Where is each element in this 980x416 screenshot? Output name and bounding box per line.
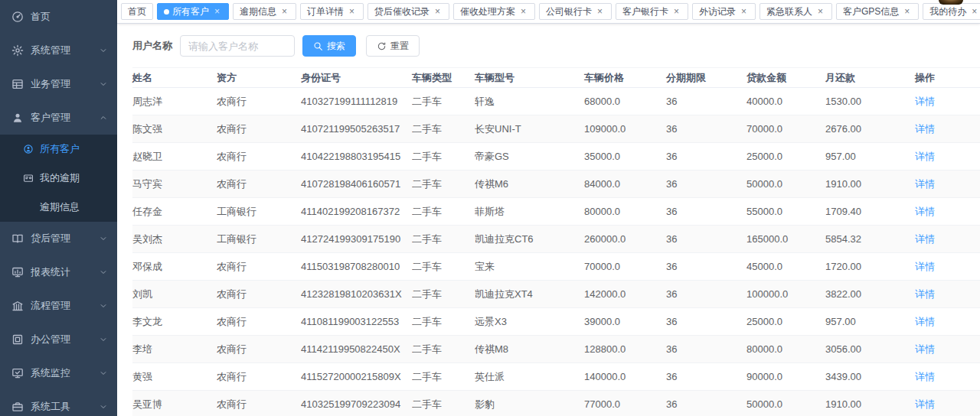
table-row: 吴亚博农商行410325199709223094二手车影豹77000.03650…	[132, 391, 980, 416]
table-cell: 轩逸	[475, 88, 584, 115]
tab-逾期信息[interactable]: 逾期信息×	[233, 3, 296, 20]
sidebar-item-业务管理[interactable]: 业务管理	[0, 67, 117, 101]
detail-link[interactable]: 详情	[915, 371, 935, 382]
table-cell: 二手车	[412, 363, 475, 391]
table-row: 李培农商行41142119950822450X二手车传祺M8128800.036…	[132, 336, 980, 363]
tab-close-icon[interactable]: ×	[969, 7, 979, 17]
tab-所有客户[interactable]: 所有客户×	[157, 3, 229, 20]
detail-link[interactable]: 详情	[915, 151, 935, 162]
detail-link[interactable]: 详情	[915, 96, 935, 107]
table-cell: 411503198708280010	[301, 253, 412, 281]
tab-订单详情[interactable]: 订单详情×	[300, 3, 364, 20]
sidebar-item-所有客户[interactable]: 所有客户	[0, 135, 117, 164]
tab-close-icon[interactable]: ×	[739, 7, 749, 17]
table-cell: 农商行	[217, 336, 301, 363]
table-row: 陈文强农商行410721199505263517二手车长安UNI-T109000…	[132, 115, 980, 143]
tab-贷后催收记录[interactable]: 贷后催收记录×	[368, 3, 449, 20]
tab-close-icon[interactable]: ×	[815, 7, 825, 17]
monitor-icon	[11, 367, 24, 379]
table-cell-action: 详情	[915, 308, 980, 336]
sidebar-item-系统工具[interactable]: 系统工具	[0, 390, 117, 416]
table-row: 黄强农商行41152720000215809X二手车英仕派140000.0369…	[132, 363, 980, 391]
tab-close-icon[interactable]: ×	[279, 7, 289, 17]
tab-close-icon[interactable]: ×	[595, 7, 605, 17]
tab-close-icon[interactable]: ×	[902, 7, 912, 17]
detail-link[interactable]: 详情	[915, 316, 935, 327]
tab-close-icon[interactable]: ×	[433, 7, 443, 17]
sidebar-item-label: 报表统计	[31, 265, 99, 279]
column-header-月还款: 月还款	[825, 68, 915, 88]
table-cell: 50000.0	[746, 391, 825, 416]
tab-公司银行卡[interactable]: 公司银行卡×	[539, 3, 612, 20]
sidebar-item-报表统计[interactable]: 报表统计	[0, 255, 117, 289]
search-input[interactable]	[180, 35, 295, 57]
chevron-down-icon	[99, 80, 108, 89]
dashboard-icon	[11, 11, 24, 23]
sidebar-submenu: 所有客户我的逾期逾期信息	[0, 135, 117, 222]
table-cell: 1720.00	[825, 253, 915, 281]
sidebar-item-系统监控[interactable]: 系统监控	[0, 356, 117, 390]
table-cell: 农商行	[217, 143, 301, 171]
sidebar-item-我的逾期[interactable]: 我的逾期	[0, 164, 117, 193]
tab-close-icon[interactable]: ×	[347, 7, 357, 17]
sidebar-item-流程管理[interactable]: 流程管理	[0, 289, 117, 323]
sidebar-item-客户管理[interactable]: 客户管理	[0, 101, 117, 135]
detail-link[interactable]: 详情	[915, 233, 935, 245]
table-cell: 55000.0	[746, 198, 825, 226]
tab-close-icon[interactable]: ×	[671, 7, 681, 17]
sidebar-item-办公管理[interactable]: 办公管理	[0, 323, 117, 356]
table-cell: 农商行	[217, 281, 301, 308]
sidebar-item-逾期信息[interactable]: 逾期信息	[0, 193, 117, 222]
table-cell: 142000.0	[584, 281, 666, 308]
detail-link[interactable]: 详情	[915, 288, 935, 300]
content-panel: 用户名称 搜索 重置 姓名资方身份证号车辆类型车辆型号车辆价格分期期限贷款金额月…	[117, 24, 980, 416]
tab-催收处理方案[interactable]: 催收处理方案×	[453, 3, 535, 20]
column-header-车辆价格: 车辆价格	[584, 68, 666, 88]
search-button[interactable]: 搜索	[302, 35, 356, 57]
card-icon	[23, 173, 34, 184]
tab-首页[interactable]: 首页	[121, 3, 153, 20]
detail-link[interactable]: 详情	[915, 261, 935, 272]
tab-我的待办[interactable]: 我的待办×	[923, 3, 980, 20]
detail-link[interactable]: 详情	[915, 343, 935, 355]
table-cell: 165000.0	[746, 226, 825, 253]
tab-紧急联系人[interactable]: 紧急联系人×	[760, 3, 832, 20]
tab-外访记录[interactable]: 外访记录×	[692, 3, 756, 20]
table-cell: 李文龙	[132, 308, 217, 336]
table-cell: 吴刘杰	[132, 226, 217, 253]
table-cell: 农商行	[217, 253, 301, 281]
table-cell: 36	[666, 253, 746, 281]
tab-客户银行卡[interactable]: 客户银行卡×	[616, 3, 688, 20]
detail-link[interactable]: 详情	[915, 123, 935, 135]
tab-label: 所有客户	[172, 7, 209, 16]
username-field-label: 用户名称	[132, 39, 172, 53]
table-cell-action: 详情	[915, 253, 980, 281]
tab-label: 客户银行卡	[622, 7, 668, 16]
tab-close-icon[interactable]: ×	[212, 7, 222, 17]
tab-客户GPS信息[interactable]: 客户GPS信息×	[836, 3, 919, 20]
table-cell: 41232819810203631X	[301, 281, 412, 308]
table-cell: 李培	[132, 336, 217, 363]
detail-link[interactable]: 详情	[915, 398, 935, 410]
sidebar-item-系统管理[interactable]: 系统管理	[0, 34, 117, 67]
detail-link[interactable]: 详情	[915, 178, 935, 190]
tab-label: 客户GPS信息	[843, 7, 899, 16]
table-cell: 赵晓卫	[132, 143, 217, 171]
table-cell: 传祺M6	[475, 171, 584, 198]
table-cell: 84000.0	[584, 171, 666, 198]
table-cell-action: 详情	[915, 88, 980, 115]
sidebar-item-首页[interactable]: 首页	[0, 0, 117, 34]
table-cell: 25000.0	[746, 308, 825, 336]
table-cell: 二手车	[412, 198, 475, 226]
table-cell: 36	[666, 88, 746, 115]
table-cell: 1910.00	[825, 391, 915, 416]
table-cell: 35000.0	[584, 143, 666, 171]
sidebar-item-贷后管理[interactable]: 贷后管理	[0, 222, 117, 255]
table-cell: 吴亚博	[132, 391, 217, 416]
tab-close-icon[interactable]: ×	[518, 7, 528, 17]
table-cell: 957.00	[825, 143, 915, 171]
table-cell: 3439.00	[825, 363, 915, 391]
table-cell: 410728198406160571	[301, 171, 412, 198]
reset-button[interactable]: 重置	[366, 35, 420, 57]
detail-link[interactable]: 详情	[915, 206, 935, 217]
